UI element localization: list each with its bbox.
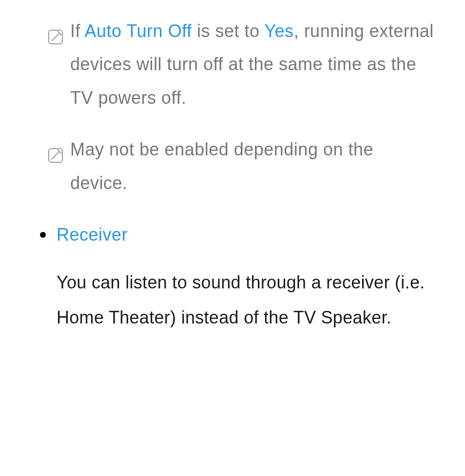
svg-line-4 [52, 152, 59, 159]
bullet-icon [40, 232, 46, 238]
note-text-2: May not be enabled depending on the devi… [70, 133, 436, 200]
note-text-1: If Auto Turn Off is set to Yes, running … [70, 15, 436, 114]
svg-line-1 [52, 33, 59, 41]
note-icon [48, 22, 63, 38]
note-icon [48, 141, 63, 156]
note-block-1: If Auto Turn Off is set to Yes, running … [19, 15, 436, 114]
section-heading: Receiver [19, 218, 436, 251]
note1-pre: If [70, 21, 85, 41]
section-title: Receiver [57, 218, 128, 251]
section-body: You can listen to sound through a receiv… [19, 265, 436, 335]
note1-mid: is set to [192, 21, 264, 41]
note1-highlight-1: Auto Turn Off [85, 21, 192, 41]
note1-highlight-2: Yes [264, 21, 293, 41]
note-block-2: May not be enabled depending on the devi… [19, 133, 436, 200]
